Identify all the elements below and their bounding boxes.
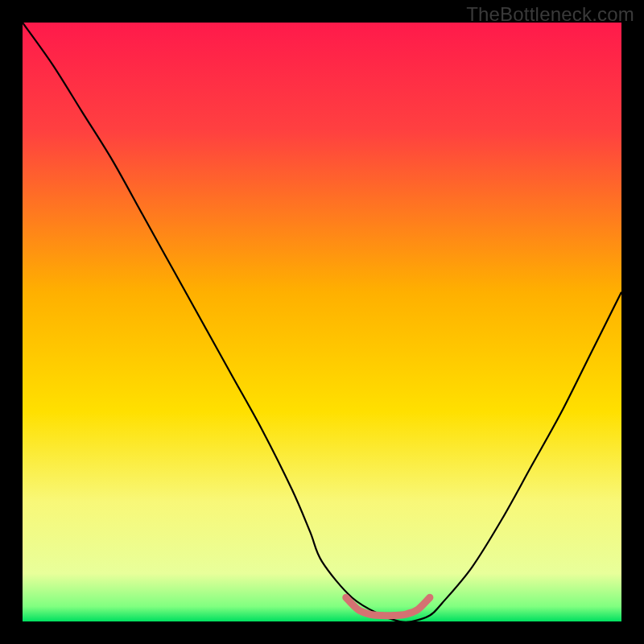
- chart-frame: TheBottleneck.com: [0, 0, 644, 644]
- watermark-text: TheBottleneck.com: [466, 3, 634, 26]
- chart-background: [23, 23, 621, 621]
- chart-plot-area: [23, 23, 621, 621]
- chart-svg: [23, 23, 621, 621]
